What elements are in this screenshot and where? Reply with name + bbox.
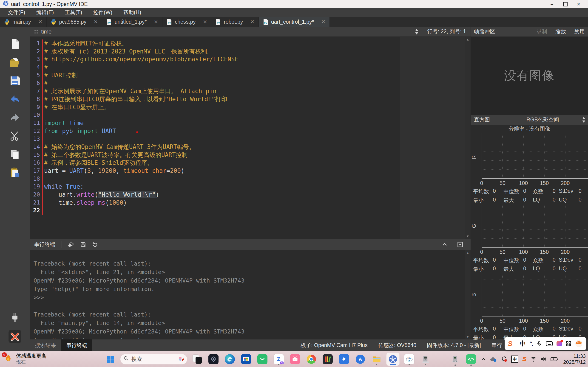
scroll-down-icon[interactable]: ▼ (467, 335, 468, 339)
copy-button[interactable] (9, 148, 21, 160)
collapse-terminal-icon[interactable] (442, 242, 448, 248)
symbol-spinner-icon[interactable] (415, 28, 419, 35)
ime-apps-grid-icon[interactable] (566, 341, 571, 347)
tray-app-code-green[interactable]: </> (465, 352, 477, 366)
menu-item-f[interactable]: 文件(F) (2, 8, 31, 17)
menu-item-t[interactable]: 工具(T) (59, 8, 87, 17)
tab-untitled_1.py[interactable]: PYuntitled_1.py*✕ (102, 17, 163, 27)
tray-battery-icon[interactable] (551, 357, 558, 361)
taskbar-search[interactable]: 搜索 (120, 354, 187, 365)
taskbar-app-label-printer[interactable] (419, 353, 432, 366)
tab-chess.py[interactable]: PYchess.py✕ (163, 17, 211, 27)
tab-main.py[interactable]: main.py✕ (0, 17, 47, 27)
terminal-scrollbar[interactable]: ▲▼ (465, 250, 471, 339)
undo-button[interactable] (9, 93, 21, 105)
ime-sogou-s-icon[interactable]: S (508, 340, 516, 348)
line-number: 22 (30, 207, 40, 215)
close-tab-icon[interactable]: ✕ (203, 19, 207, 25)
close-tab-icon[interactable]: ✕ (154, 19, 158, 25)
stop-button[interactable] (8, 330, 22, 343)
running-indicator (376, 364, 377, 365)
cut-button[interactable] (9, 130, 21, 142)
tray-sogou-icon[interactable]: S (522, 356, 527, 363)
ime-skin-icon[interactable] (556, 341, 562, 346)
paste-button[interactable] (9, 167, 21, 179)
taskbar-clock[interactable]: 11:33 2025/7/12 (563, 353, 586, 365)
save-log-icon[interactable] (80, 242, 86, 248)
scroll-up-icon[interactable]: ▲ (467, 251, 468, 255)
line-number: 14 (30, 143, 40, 151)
ime-mic-icon[interactable] (536, 341, 542, 346)
maximize-button[interactable] (559, 0, 572, 8)
redo-button[interactable] (9, 112, 21, 124)
menu-item-e[interactable]: 编辑(E) (31, 8, 59, 17)
menu-item-w[interactable]: 控件(W) (88, 8, 118, 17)
tray-volume-icon[interactable] (540, 356, 547, 362)
grip-handle-icon[interactable] (35, 30, 36, 31)
tray-cloud-info-icon[interactable]: i (490, 357, 497, 362)
code-text: while True: (44, 183, 84, 191)
ime-punctuation-icon[interactable]: °‚ (530, 341, 533, 347)
running-indicator (455, 365, 456, 366)
taskbar-app-ai-app[interactable]: ZAI (272, 353, 285, 366)
statusbar-tab-serial-terminal[interactable]: 串行终端 (61, 340, 92, 351)
taskbar-app-cloud-a[interactable]: A (354, 353, 367, 366)
zoom-button[interactable]: 缩放 (555, 28, 566, 35)
taskbar-app-ms-store[interactable] (240, 353, 252, 366)
taskbar-app-thunder[interactable] (337, 353, 350, 366)
scroll-up-icon[interactable]: ▲ (467, 37, 468, 41)
taskbar-app-edge[interactable] (223, 353, 236, 366)
close-tab-icon[interactable]: ✕ (250, 19, 254, 25)
terminal-line: File "<stdin>", line 21, in <module> (34, 268, 471, 276)
disable-button[interactable]: 禁用 (574, 28, 585, 35)
tray-sync-icon[interactable] (501, 356, 507, 362)
open-file-button[interactable] (9, 57, 21, 68)
menu-item-h[interactable]: 帮助(H) (118, 8, 147, 17)
taskbar-app-file-explorer[interactable] (370, 353, 383, 366)
frame-buffer-title: 帧缓冲区 (474, 28, 495, 35)
colorspace-spinner-icon[interactable] (582, 116, 586, 123)
statusbar-tab-search-results[interactable]: 搜索结果 (30, 340, 61, 351)
ime-fox-icon[interactable]: ✦ (575, 340, 582, 347)
terminal-header: 串行终端 (30, 239, 471, 250)
taskbar-app-chrome[interactable] (305, 353, 318, 366)
new-file-button[interactable] (9, 38, 21, 50)
colorspace-dropdown[interactable]: RGB色彩空间 (527, 116, 559, 123)
close-button[interactable]: ✕ (572, 0, 585, 8)
tray-chevron-up-icon[interactable] (481, 357, 486, 362)
taskbar-app-openmv[interactable] (387, 353, 399, 366)
taskbar-app-green-app[interactable] (256, 353, 269, 366)
taskbar-app-serial-tool[interactable]: RXTX (403, 353, 416, 366)
weather-headline: 体感温度更高 (16, 353, 46, 359)
tab-uart_control_1.py[interactable]: PYuart_control_1.py*✕ (259, 17, 330, 27)
taskbar-app-reader[interactable] (321, 353, 334, 366)
reset-terminal-icon[interactable] (92, 242, 98, 248)
tray-ime-cn-icon[interactable]: 中 (511, 356, 518, 363)
code-editor[interactable]: 1# 本作品采用MIT许可证授权。2# 版权所有 (c) 2013-2023 O… (30, 37, 471, 239)
search-highlight-icon[interactable] (178, 356, 184, 362)
editor-scrollbar[interactable]: ▲▼ (465, 37, 471, 239)
start-button[interactable] (104, 353, 117, 366)
weather-widget[interactable]: 2 体感温度更高 现在 (3, 353, 46, 365)
close-tab-icon[interactable]: ✕ (94, 19, 98, 25)
symbol-dropdown[interactable]: time (41, 28, 52, 35)
tray-app-machine[interactable] (449, 352, 461, 366)
detach-terminal-icon[interactable] (457, 242, 463, 248)
tab-pca9685.py[interactable]: pca9685.py✕ (47, 17, 102, 27)
taskbar-app-bilibili[interactable] (289, 353, 302, 366)
serial-terminal-output[interactable]: ▲▼ Traceback (most recent call last): Fi… (30, 250, 471, 339)
ime-keyboard-icon[interactable] (546, 341, 553, 346)
taskbar-app-game-hub[interactable] (207, 353, 220, 366)
record-button[interactable]: 录制 (536, 28, 547, 35)
connect-button[interactable] (9, 311, 21, 323)
scroll-down-icon[interactable]: ▼ (467, 234, 468, 238)
minimize-button[interactable]: – (545, 0, 559, 8)
save-file-button[interactable] (9, 75, 21, 87)
taskbar-app-contrast[interactable] (191, 353, 204, 366)
tab-robot.py[interactable]: PYrobot.py✕ (211, 17, 259, 27)
tray-wifi-icon[interactable] (530, 356, 536, 362)
close-tab-icon[interactable]: ✕ (38, 19, 43, 25)
clear-terminal-icon[interactable] (68, 242, 74, 248)
close-tab-icon[interactable]: ✕ (321, 19, 325, 25)
ime-cn-mode-icon[interactable]: 中 (520, 340, 526, 348)
